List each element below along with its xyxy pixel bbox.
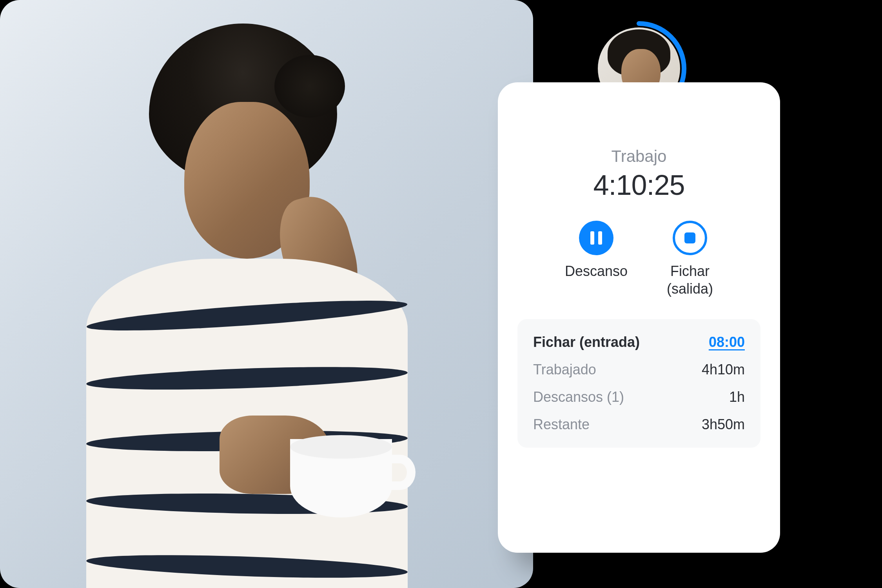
detail-label: Descansos (1) [533, 389, 624, 405]
break-button-label: Descanso [565, 262, 628, 280]
clock-out-button[interactable]: Fichar(salida) [667, 221, 713, 298]
actions-row: Descanso Fichar(salida) [565, 221, 713, 298]
detail-value: 3h50m [702, 416, 745, 433]
time-tracking-card: Trabajo 4:10:25 Descanso Fichar(salida) … [498, 82, 780, 553]
detail-row-remaining: Restante 3h50m [533, 416, 745, 433]
pause-icon [579, 221, 613, 255]
person-illustration [71, 24, 423, 588]
break-button[interactable]: Descanso [565, 221, 628, 298]
detail-value: 4h10m [702, 361, 745, 378]
detail-label: Trabajado [533, 361, 596, 378]
hero-photo [0, 0, 533, 588]
detail-row-breaks: Descansos (1) 1h [533, 389, 745, 405]
detail-label: Fichar (entrada) [533, 334, 640, 350]
detail-row-clock-in: Fichar (entrada) 08:00 [533, 334, 745, 350]
clock-in-time-link[interactable]: 08:00 [709, 334, 745, 350]
status-label: Trabajo [612, 147, 667, 166]
detail-value: 1h [729, 389, 745, 405]
detail-label: Restante [533, 416, 590, 433]
details-panel: Fichar (entrada) 08:00 Trabajado 4h10m D… [517, 319, 760, 448]
detail-row-worked: Trabajado 4h10m [533, 361, 745, 378]
clock-out-button-label: Fichar(salida) [667, 262, 713, 298]
stop-icon [673, 221, 707, 255]
timer-value: 4:10:25 [593, 169, 684, 201]
